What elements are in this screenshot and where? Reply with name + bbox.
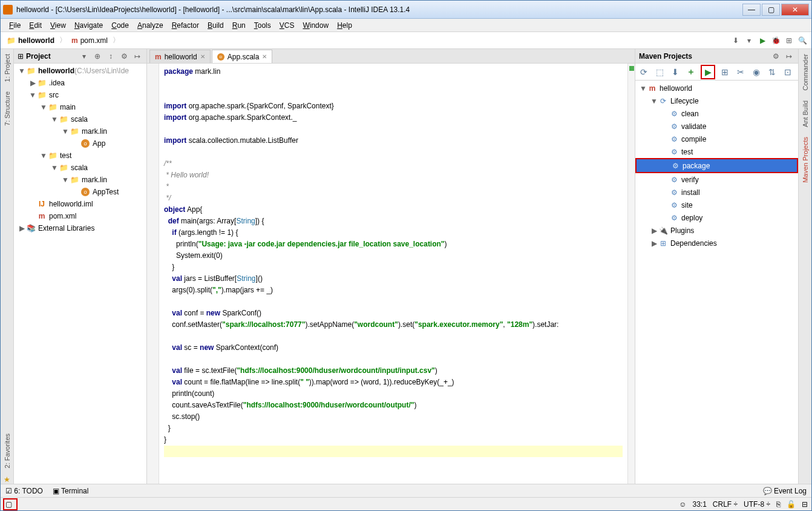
ant-build-tool-tab[interactable]: Ant Build xyxy=(802,98,809,130)
menu-view[interactable]: View xyxy=(47,20,70,31)
tree-node-mark-lin[interactable]: ▼📁mark.lin xyxy=(14,174,146,186)
generate-icon[interactable]: ⬚ xyxy=(653,66,666,78)
skip-tests-icon[interactable]: ✂ xyxy=(735,66,747,78)
maven-node-helloworld[interactable]: ▼mhelloworld xyxy=(635,82,798,94)
menu-vcs[interactable]: VCS xyxy=(276,20,298,31)
menu-refactor[interactable]: Refactor xyxy=(168,20,203,31)
maven-tree[interactable]: ▼mhelloworld▼⟳Lifecycle⚙clean⚙validate⚙c… xyxy=(635,81,798,484)
line-ending[interactable]: CRLF ÷ xyxy=(713,500,738,509)
download-icon[interactable]: ⬇ xyxy=(669,66,681,78)
toggle-offline-icon[interactable]: ⊞ xyxy=(719,66,731,78)
maven-node-install[interactable]: ⚙install xyxy=(635,186,798,199)
tree-node-src[interactable]: ▼📁src xyxy=(14,89,146,101)
maven-projects-tool-tab[interactable]: Maven Projects xyxy=(802,134,809,185)
tree-node-scala[interactable]: ▼📁scala xyxy=(14,162,146,174)
maven-hide-icon[interactable]: ↦ xyxy=(784,51,794,62)
memory-icon[interactable]: ⊟ xyxy=(802,500,808,509)
tree-node-test[interactable]: ▼📁test xyxy=(14,150,146,162)
minimize-button[interactable]: — xyxy=(742,4,761,16)
tree-node-main[interactable]: ▼📁main xyxy=(14,101,146,113)
sort-icon[interactable]: ↕ xyxy=(105,51,116,62)
maven-node-compile[interactable]: ⚙compile xyxy=(635,133,798,145)
menu-analyze[interactable]: Analyze xyxy=(134,20,167,31)
menu-file[interactable]: File xyxy=(5,20,24,31)
run-target-icon[interactable]: ▾ xyxy=(744,35,755,46)
cursor-position: 33:1 xyxy=(692,500,706,509)
maven-node-clean[interactable]: ⚙clean xyxy=(635,107,798,120)
titlebar: helloworld - [C:\Users\Lin\IdeaProjects\… xyxy=(1,1,811,19)
reimport-icon[interactable]: ⟳ xyxy=(638,66,650,78)
tree-node-scala[interactable]: ▼📁scala xyxy=(14,113,146,125)
debug-icon[interactable]: 🐞 xyxy=(770,35,781,46)
favorites-tool-tab[interactable]: 2: Favorites xyxy=(4,431,11,470)
navigation-bar: 📁 helloworld 〉 m pom.xml 〉 ⬇ ▾ ▶ 🐞 ⊞ 🔍 xyxy=(1,32,811,49)
close-tab-icon[interactable]: ✕ xyxy=(200,53,205,60)
breadcrumb-helloworld[interactable]: 📁 helloworld xyxy=(4,35,57,46)
tree-node-helloworld-iml[interactable]: IJhelloworld.iml xyxy=(14,198,146,210)
encoding[interactable]: UTF-8 ÷ xyxy=(744,500,770,509)
target-icon[interactable]: ⊕ xyxy=(92,51,103,62)
settings-icon[interactable] xyxy=(119,51,129,62)
maven-node-verify[interactable]: ⚙verify xyxy=(635,173,798,186)
menu-code[interactable]: Code xyxy=(108,20,133,31)
project-sidebar: ⊞ Project ▾ ⊕ ↕ ↦ ▼📁helloworld (C:\Users… xyxy=(14,49,147,484)
search-icon[interactable]: 🔍 xyxy=(797,35,808,46)
close-tab-icon[interactable]: ✕ xyxy=(262,53,267,60)
todo-tool[interactable]: ☑ 6: TODO xyxy=(5,487,43,495)
maven-node-dependencies[interactable]: ▶⊞Dependencies xyxy=(635,237,798,249)
grid-icon[interactable]: ⊞ xyxy=(784,35,794,46)
maven-node-package[interactable]: ⚙package xyxy=(637,159,797,172)
tree-node-app[interactable]: oApp xyxy=(14,137,146,150)
close-button[interactable]: ✕ xyxy=(781,4,809,16)
project-tree[interactable]: ▼📁helloworld (C:\Users\Lin\Ide▶📁.idea▼📁s… xyxy=(14,64,146,484)
hector-icon[interactable]: ☺ xyxy=(679,500,686,509)
project-tool-tab[interactable]: 1: Project xyxy=(4,51,11,84)
highlight-box-statusbar xyxy=(3,498,18,510)
maven-settings-icon[interactable] xyxy=(770,51,781,62)
menu-run[interactable]: Run xyxy=(229,20,249,31)
make-icon[interactable]: ⬇ xyxy=(730,35,741,46)
read-only-icon[interactable]: 🔓 xyxy=(787,500,796,509)
collapse-all-icon[interactable]: ⇅ xyxy=(766,66,778,78)
collapse-icon[interactable]: ▾ xyxy=(79,51,90,62)
commander-tool-tab[interactable]: Commander xyxy=(802,51,809,93)
maven-node-lifecycle[interactable]: ▼⟳Lifecycle xyxy=(635,94,798,107)
menu-window[interactable]: Window xyxy=(299,20,332,31)
git-icon[interactable]: ⎘ xyxy=(776,500,781,509)
maven-node-plugins[interactable]: ▶🔌Plugins xyxy=(635,224,798,237)
tree-node-pom-xml[interactable]: mpom.xml xyxy=(14,210,146,222)
tree-node-external-libraries[interactable]: ▶📚External Libraries xyxy=(14,222,146,234)
menu-help[interactable]: Help xyxy=(333,20,356,31)
code-editor[interactable]: package mark.lin import org.apache.spark… xyxy=(147,64,635,484)
structure-tool-tab[interactable]: 7: Structure xyxy=(4,89,11,128)
menu-tools[interactable]: Tools xyxy=(250,20,275,31)
maven-node-deploy[interactable]: ⚙deploy xyxy=(635,211,798,224)
tree-node-mark-lin[interactable]: ▼📁mark.lin xyxy=(14,125,146,137)
add-icon[interactable]: ＋ xyxy=(685,66,697,78)
maven-options-icon[interactable]: ⊡ xyxy=(782,66,794,78)
menubar: FileEditViewNavigateCodeAnalyzeRefactorB… xyxy=(1,19,811,32)
menu-build[interactable]: Build xyxy=(204,20,228,31)
maven-node-test[interactable]: ⚙test xyxy=(635,145,798,158)
maven-node-validate[interactable]: ⚙validate xyxy=(635,120,798,133)
run-icon[interactable]: ▶ xyxy=(757,35,768,46)
hide-icon[interactable]: ↦ xyxy=(132,51,143,62)
bottom-toolbar: ☑ 6: TODO ▣ Terminal 💬 Event Log xyxy=(1,484,811,497)
breadcrumb-pom[interactable]: m pom.xml xyxy=(69,35,110,46)
project-panel-title: Project xyxy=(26,52,76,61)
menu-edit[interactable]: Edit xyxy=(25,20,45,31)
tab-app-scala[interactable]: oApp.scala✕ xyxy=(212,50,273,63)
tree-node-apptest[interactable]: oAppTest xyxy=(14,186,146,198)
profiles-icon[interactable]: ◉ xyxy=(750,66,762,78)
left-tool-gutter: 1: Project 7: Structure 2: Favorites ★ xyxy=(1,49,14,484)
execute-goal-icon[interactable]: ▶ xyxy=(702,66,714,78)
menu-navigate[interactable]: Navigate xyxy=(71,20,106,31)
tree-node-helloworld[interactable]: ▼📁helloworld (C:\Users\Lin\Ide xyxy=(14,65,146,77)
maven-panel-title: Maven Projects xyxy=(639,52,768,61)
tab-helloworld[interactable]: mhelloworld✕ xyxy=(149,50,211,63)
tree-node--idea[interactable]: ▶📁.idea xyxy=(14,77,146,89)
terminal-tool[interactable]: ▣ Terminal xyxy=(53,487,88,495)
maven-node-site[interactable]: ⚙site xyxy=(635,199,798,211)
event-log[interactable]: 💬 Event Log xyxy=(763,487,807,495)
maximize-button[interactable]: ▢ xyxy=(762,4,780,16)
